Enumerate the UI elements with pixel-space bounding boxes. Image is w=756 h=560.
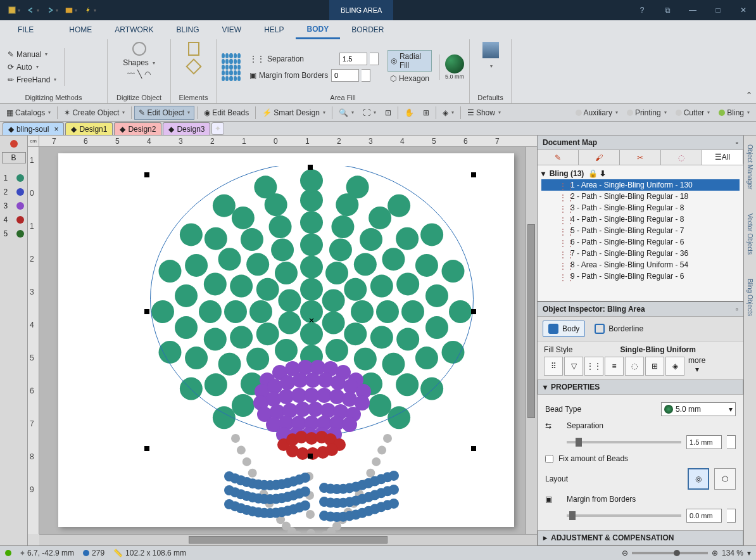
bead-2[interactable]: 2 — [2, 186, 26, 198]
auxiliary-toggle[interactable]: Auxiliary — [572, 106, 622, 120]
margin-input[interactable] — [331, 69, 359, 82]
fill-style-options[interactable]: ⠿ ▽ ⋮⋮ ≡ ◌ ⊞ ◈ — [544, 357, 684, 376]
defaults-icon[interactable] — [482, 42, 499, 58]
close-button[interactable]: ✕ — [731, 0, 756, 20]
tree-item[interactable]: ⋮⋮3 - Path - Single-Bling Regular - 8 — [541, 202, 740, 213]
artwork[interactable]: ✕ — [134, 166, 489, 533]
panel-pin-icon[interactable]: ▫ — [736, 305, 738, 314]
menu-file[interactable]: FILE — [6, 20, 45, 39]
tree-item[interactable]: ⋮⋮2 - Path - Single-Bling Regular - 18 — [541, 191, 740, 202]
layout-hex-button[interactable]: ⬡ — [714, 468, 736, 490]
shape-circle-icon[interactable] — [132, 42, 146, 56]
tree-item[interactable]: ⋮⋮8 - Area - Single-Bling Uniform - 54 — [541, 259, 740, 270]
panel-pin-icon[interactable]: ▫ — [736, 138, 738, 147]
unit-toggle[interactable]: B — [2, 152, 26, 163]
edit-beads-button[interactable]: ◉Edit Beads — [200, 106, 253, 120]
selection-handle[interactable] — [144, 172, 149, 177]
properties-header[interactable]: ▾PROPERTIES — [538, 379, 743, 395]
options-button[interactable]: ⧉ — [655, 0, 680, 20]
menu-bling[interactable]: BLING — [165, 20, 210, 39]
selection-handle[interactable] — [308, 165, 313, 170]
adjustment-header[interactable]: ▸ADJUSTMENT & COMPENSATION — [538, 530, 743, 545]
margin-spinner[interactable] — [362, 69, 370, 82]
maximize-button[interactable]: □ — [705, 0, 731, 20]
curve-icon[interactable]: 〰 — [127, 70, 135, 79]
show-button[interactable]: ☰Show — [463, 106, 505, 120]
ribbon-collapse-icon[interactable]: ⌃ — [742, 39, 756, 103]
tree-item[interactable]: ⋮⋮4 - Path - Single-Bling Regular - 8 — [541, 213, 740, 225]
menu-border[interactable]: BORDER — [340, 20, 395, 39]
qat-folder-icon[interactable] — [63, 3, 79, 18]
grid-button[interactable]: ⊞ — [419, 106, 433, 120]
digitize-freehand-button[interactable]: ✏FreeHand — [5, 74, 59, 86]
close-icon[interactable]: × — [54, 125, 58, 134]
qat-undo-icon[interactable] — [25, 3, 41, 18]
cutter-toggle[interactable]: Cutter — [672, 106, 714, 120]
pan-button[interactable]: ✋ — [401, 106, 418, 120]
tab-design3[interactable]: ◆Design3 — [163, 122, 210, 135]
bead-type-combo[interactable]: 5.0 mm▾ — [661, 402, 736, 416]
fill-opt-1[interactable]: ⠿ — [544, 357, 563, 376]
smart-design-button[interactable]: ⚡Smart Design — [258, 106, 329, 120]
canvas[interactable]: ✕ — [39, 147, 526, 534]
layout-radial-button[interactable]: ◎ — [688, 468, 709, 490]
separation-spinner[interactable] — [370, 53, 379, 65]
inspector-tab-borderline[interactable]: Borderline — [589, 321, 649, 337]
printing-toggle[interactable]: Printing — [623, 106, 671, 120]
dm-tab-pencil[interactable]: ✎ — [538, 150, 579, 165]
separation-spin[interactable] — [727, 435, 736, 449]
dm-tab-all[interactable]: ☰ All — [702, 150, 743, 165]
sidetab-bling-objects[interactable]: Bling Objects — [747, 276, 753, 319]
docmap-tree[interactable]: ▾ Bling (13) 🔒 ⬇ ⋮⋮1 - Area - Single-Bli… — [538, 165, 743, 301]
zoom-tool-button[interactable]: 🔍 — [335, 106, 358, 120]
selection-handle[interactable] — [471, 446, 476, 451]
create-object-button[interactable]: ✶Create Object — [60, 106, 129, 120]
separation-input[interactable] — [339, 53, 367, 65]
fill-opt-3[interactable]: ⋮⋮ — [584, 357, 603, 376]
zoom-fit-button[interactable]: ⊡ — [381, 106, 395, 120]
zoom-in-button[interactable]: ⊕ — [712, 549, 718, 557]
ruler-corner[interactable]: cm — [28, 136, 39, 147]
margin-value[interactable]: 0.0 mm — [686, 509, 722, 523]
bead-swatch[interactable] — [445, 54, 464, 73]
hexagon-button[interactable]: ⬡Hexagon — [387, 73, 432, 84]
margin-spin[interactable] — [727, 509, 736, 523]
tab-design2[interactable]: ◆Design2 — [114, 122, 161, 135]
element-rect-icon[interactable] — [188, 42, 199, 56]
menu-body[interactable]: BODY — [296, 20, 341, 39]
help-button[interactable]: ? — [629, 0, 655, 20]
selection-handle[interactable] — [144, 446, 149, 451]
arc-icon[interactable]: ◠ — [144, 70, 151, 79]
tree-item[interactable]: ⋮⋮7 - Path - Single-Bling Regular - 36 — [541, 248, 740, 259]
inspector-tab-body[interactable]: Body — [543, 321, 585, 337]
separation-value[interactable]: 1.5 mm — [686, 435, 722, 449]
tree-root[interactable]: ▾ Bling (13) 🔒 ⬇ — [541, 168, 740, 179]
fill-opt-4[interactable]: ≡ — [605, 357, 624, 376]
fix-beads-checkbox[interactable] — [545, 455, 553, 463]
bead-5[interactable]: 5 — [2, 228, 26, 239]
bead-4[interactable]: 4 — [2, 214, 26, 226]
qat-redo-icon[interactable] — [44, 3, 60, 18]
menu-view[interactable]: VIEW — [210, 20, 253, 39]
bead-1[interactable]: 1 — [2, 172, 26, 184]
fill-opt-2[interactable]: ▽ — [564, 357, 583, 376]
selection-handle[interactable] — [471, 309, 476, 314]
selection-handle[interactable] — [144, 309, 149, 314]
bling-toggle[interactable]: Bling — [715, 106, 753, 120]
zoom-slider[interactable] — [632, 552, 708, 554]
margin-slider[interactable] — [567, 514, 681, 517]
tree-item[interactable]: ⋮⋮9 - Path - Single-Bling Regular - 6 — [541, 270, 740, 282]
fill-more-button[interactable]: more▾ — [688, 356, 705, 374]
menu-home[interactable]: HOME — [58, 20, 103, 39]
scrollbar-horizontal[interactable] — [39, 534, 537, 545]
tree-item[interactable]: ⋮⋮1 - Area - Single-Bling Uniform - 130 — [541, 179, 740, 191]
zoom-region-button[interactable]: ⛶ — [359, 106, 380, 120]
fill-opt-7[interactable]: ◈ — [665, 357, 684, 376]
separation-slider[interactable] — [567, 441, 681, 443]
selection-handle[interactable] — [471, 172, 476, 177]
digitize-auto-button[interactable]: ⟳Auto — [5, 61, 59, 73]
dm-tab-cut[interactable]: ✂ — [620, 150, 661, 165]
menu-artwork[interactable]: ARTWORK — [103, 20, 165, 39]
fill-opt-5[interactable]: ◌ — [625, 357, 644, 376]
edit-object-button[interactable]: ✎Edit Object — [134, 106, 194, 120]
